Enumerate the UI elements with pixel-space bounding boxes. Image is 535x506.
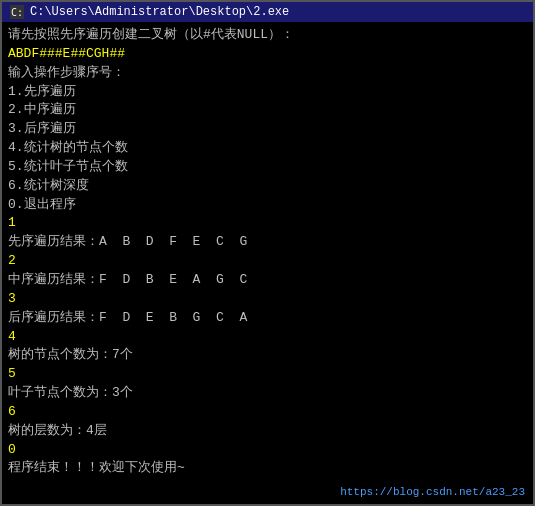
result-end: 程序结束！！！欢迎下次使用~ xyxy=(8,460,185,475)
result-preorder: 先序遍历结果：A B D F E C G xyxy=(8,234,247,249)
result-depth: 树的层数为：4层 xyxy=(8,423,107,438)
input-1: 1 xyxy=(8,215,16,230)
console-window: C: C:\Users\Administrator\Desktop\2.exe … xyxy=(0,0,535,506)
result-nodecount: 树的节点个数为：7个 xyxy=(8,347,133,362)
result-leafcount: 叶子节点个数为：3个 xyxy=(8,385,133,400)
line-2: ABDF###E##CGH## xyxy=(8,46,125,61)
result-postorder: 后序遍历结果：F D E B G C A xyxy=(8,310,247,325)
divider-line: -------------------------------- xyxy=(8,498,258,504)
watermark: https://blog.csdn.net/a23_23 xyxy=(340,486,525,498)
input-6: 6 xyxy=(8,404,16,419)
input-4: 4 xyxy=(8,329,16,344)
line-1: 请先按照先序遍历创建二叉树（以#代表NULL）： xyxy=(8,27,294,42)
title-bar: C: C:\Users\Administrator\Desktop\2.exe xyxy=(2,2,533,22)
input-3: 3 xyxy=(8,291,16,306)
input-5: 5 xyxy=(8,366,16,381)
input-2: 2 xyxy=(8,253,16,268)
title-text: C:\Users\Administrator\Desktop\2.exe xyxy=(30,5,289,19)
console-output: 请先按照先序遍历创建二叉树（以#代表NULL）： ABDF###E##CGH##… xyxy=(8,26,527,504)
result-inorder: 中序遍历结果：F D B E A G C xyxy=(8,272,247,287)
cmd-icon: C: xyxy=(10,5,24,19)
line-3: 输入操作步骤序号： 1.先序遍历 2.中序遍历 3.后序遍历 4.统计树的节点个… xyxy=(8,65,128,212)
svg-text:C:: C: xyxy=(11,7,23,18)
console-body: 请先按照先序遍历创建二叉树（以#代表NULL）： ABDF###E##CGH##… xyxy=(2,22,533,504)
input-0: 0 xyxy=(8,442,16,457)
